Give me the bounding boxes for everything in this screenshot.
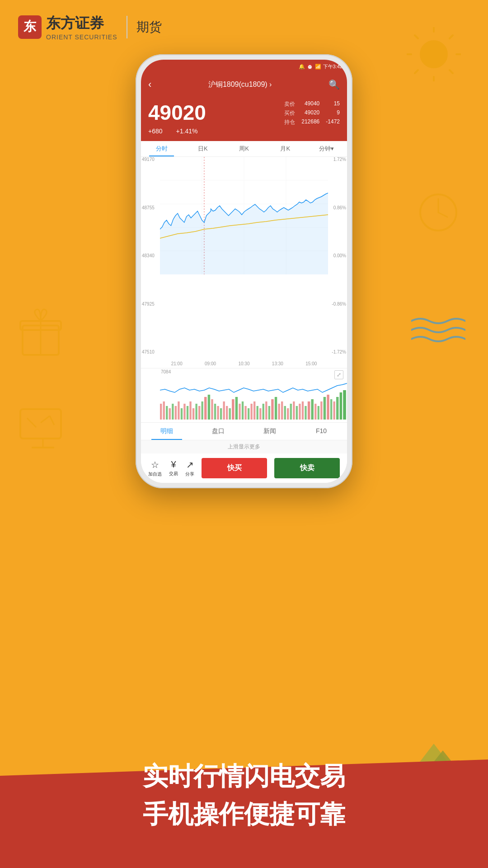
svg-rect-15 (20, 409, 61, 439)
chart-area: 49170 48755 48340 47925 47510 1.72% 0.86… (141, 157, 347, 368)
status-bar: 🔔 ⏰ 📶 下午3:42 (141, 60, 347, 73)
footer-line2: 手机操作便捷可靠 (0, 797, 488, 832)
svg-rect-44 (189, 401, 191, 420)
svg-rect-41 (181, 408, 183, 420)
footer-text: 实时行情闪电交易 手机操作便捷可靠 (0, 760, 488, 832)
svg-rect-51 (211, 399, 213, 420)
status-icons: 🔔 ⏰ 📶 下午3:42 (299, 63, 343, 70)
status-time: 下午3:42 (323, 63, 343, 70)
svg-rect-42 (183, 404, 185, 420)
price-main: 49020 (148, 100, 206, 125)
gift-decoration (18, 307, 63, 357)
svg-line-6 (450, 70, 453, 73)
svg-rect-81 (302, 401, 304, 420)
svg-rect-46 (195, 404, 197, 420)
svg-line-8 (415, 70, 418, 73)
bottom-tabs: 明细 盘口 新闻 F10 (141, 422, 347, 440)
phone-mockup: 🔔 ⏰ 📶 下午3:42 ‹ 沪铜1809(cu1809) › 🔍 (136, 54, 352, 488)
sun-decoration (407, 27, 461, 81)
buy-qty: 9 (326, 109, 340, 117)
svg-rect-38 (172, 404, 174, 420)
svg-rect-91 (333, 401, 335, 420)
y-pct-1: 1.72% (332, 157, 346, 162)
logo-chinese: 东方证券 (46, 14, 117, 33)
x-label-5: 15:00 (305, 361, 317, 366)
svg-rect-62 (244, 406, 246, 420)
quick-buy-button[interactable]: 快买 (202, 458, 267, 478)
svg-rect-84 (311, 399, 313, 420)
footer-section: 实时行情闪电交易 手机操作便捷可靠 (0, 741, 488, 868)
nav-title: 沪铜1809(cu1809) › (208, 80, 272, 90)
phone-outer: 🔔 ⏰ 📶 下午3:42 ‹ 沪铜1809(cu1809) › 🔍 (136, 54, 352, 488)
svg-rect-64 (250, 404, 252, 420)
volume-chart-svg (160, 377, 347, 422)
sell-label: 卖价 (284, 100, 295, 108)
svg-rect-43 (187, 406, 188, 420)
logo-english: ORIENT SECURITIES (46, 33, 117, 41)
tab-周K[interactable]: 周K (223, 141, 264, 156)
svg-point-0 (420, 41, 447, 68)
tab-月K[interactable]: 月K (265, 141, 306, 156)
svg-rect-67 (259, 408, 261, 420)
y-label-2: 48755 (142, 205, 155, 210)
svg-text:东: 东 (23, 19, 37, 33)
share-button[interactable]: ↗ 分享 (185, 459, 194, 477)
chart-tabs: 分时 日K 周K 月K 分钟▾ (141, 141, 347, 157)
trade-button[interactable]: ¥ 交易 (169, 459, 178, 477)
y-pct-2: 0.86% (332, 205, 346, 210)
action-bar: ☆ 加自选 ¥ 交易 ↗ 分享 快买 快卖 (141, 453, 347, 483)
svg-rect-49 (204, 397, 206, 420)
svg-rect-90 (330, 399, 332, 420)
share-icon: ↗ (186, 459, 194, 470)
svg-line-11 (438, 212, 447, 217)
svg-rect-36 (166, 406, 168, 420)
tab-日K[interactable]: 日K (182, 141, 223, 156)
svg-rect-66 (257, 406, 258, 420)
svg-line-19 (41, 416, 50, 423)
tab-分钟[interactable]: 分钟▾ (306, 141, 347, 156)
y-labels-left: 49170 48755 48340 47925 47510 (142, 157, 155, 354)
svg-rect-86 (318, 406, 319, 420)
svg-rect-88 (324, 397, 326, 420)
price-chart-svg (160, 157, 328, 274)
nav-search-button[interactable]: 🔍 (328, 79, 340, 90)
tab-F10[interactable]: F10 (296, 423, 347, 440)
x-label-1: 21:00 (171, 361, 183, 366)
svg-line-7 (450, 35, 453, 38)
app-content: 🔔 ⏰ 📶 下午3:42 ‹ 沪铜1809(cu1809) › 🔍 (141, 60, 347, 483)
y-pct-3: 0.00% (332, 253, 346, 258)
status-alarm-icon: ⏰ (307, 64, 313, 70)
tab-明细[interactable]: 明细 (141, 423, 192, 440)
tab-新闻[interactable]: 新闻 (244, 423, 296, 440)
watchlist-button[interactable]: ☆ 加自选 (148, 459, 162, 477)
nav-bar: ‹ 沪铜1809(cu1809) › 🔍 (141, 73, 347, 96)
svg-rect-78 (293, 401, 295, 420)
svg-line-20 (50, 416, 54, 425)
tab-分时[interactable]: 分时 (141, 141, 182, 156)
price-section: 49020 +680 +1.41% 卖价 49040 15 买价 49020 (141, 96, 347, 141)
y-label-5: 47510 (142, 349, 155, 354)
svg-rect-80 (299, 404, 300, 420)
svg-rect-56 (226, 406, 228, 420)
watchlist-label: 加自选 (148, 471, 162, 477)
svg-rect-40 (178, 401, 179, 420)
price-change-pct: +1.41% (176, 127, 198, 135)
nav-back-button[interactable]: ‹ (148, 79, 151, 90)
position-change: -1472 (326, 118, 340, 126)
svg-rect-37 (169, 408, 171, 420)
quick-sell-button[interactable]: 快卖 (274, 458, 340, 478)
svg-rect-75 (284, 406, 286, 420)
waves-decoration (411, 316, 465, 344)
svg-rect-82 (305, 406, 306, 420)
svg-rect-87 (320, 401, 322, 420)
y-pct-4: -0.86% (332, 302, 346, 307)
phone-inner: 🔔 ⏰ 📶 下午3:42 ‹ 沪铜1809(cu1809) › 🔍 (141, 60, 347, 483)
y-label-3: 48340 (142, 253, 155, 258)
svg-rect-89 (327, 395, 329, 420)
svg-rect-50 (208, 395, 210, 420)
tab-盘口[interactable]: 盘口 (192, 423, 244, 440)
svg-rect-63 (248, 408, 249, 420)
svg-rect-55 (223, 401, 225, 420)
logo-icon: 东 (18, 15, 42, 39)
logo-divider (127, 16, 127, 38)
